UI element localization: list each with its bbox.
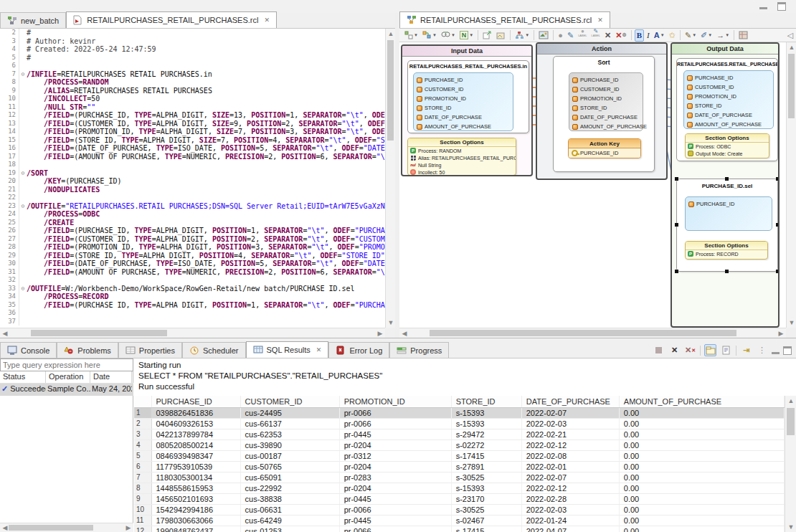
sort-box[interactable]: Sort PURCHASE_IDCUSTOMER_IDPROMOTION_IDS… <box>553 56 655 172</box>
line-style-dropdown[interactable]: ✐▼ <box>699 29 714 42</box>
scrollbar-thumb[interactable] <box>31 330 167 336</box>
input-source-box[interactable]: RETAILPURCHASES_RETAIL_PURCHASES.in PURC… <box>407 60 529 133</box>
table-row[interactable]: 10398826451836cus-24495pr-0066s-15393202… <box>134 407 785 418</box>
table-row[interactable]: 121990848762437cus-01253pr-0066s-1741520… <box>134 526 785 532</box>
column-header-customer_id[interactable]: CUSTOMER_ID <box>240 396 339 407</box>
selection-handle[interactable] <box>725 177 729 181</box>
column-header-date_of_purchase[interactable]: DATE_OF_PURCHASE <box>521 396 619 407</box>
export-diagram-icon[interactable] <box>481 29 493 42</box>
data-cell[interactable]: s-17415 <box>451 450 521 461</box>
field-row[interactable]: STORE_ID <box>572 103 643 113</box>
data-cell[interactable]: 0.00 <box>619 515 784 526</box>
close-icon[interactable]: ✕ <box>316 346 322 353</box>
data-cell[interactable]: cus-00187 <box>240 450 339 461</box>
query-history-row[interactable]: ✓ SucceededSample Co...May 24, 202... <box>0 384 133 396</box>
tab-progress[interactable]: Progress <box>389 342 449 358</box>
selection-handle[interactable] <box>675 223 678 227</box>
data-cell[interactable]: cus-22992 <box>240 483 339 493</box>
minimize-view-icon[interactable] <box>772 352 780 354</box>
export-image-icon[interactable] <box>495 29 507 42</box>
scroll-right-icon[interactable]: ▶ <box>776 328 786 338</box>
minimize-icon[interactable] <box>759 7 767 9</box>
data-cell[interactable]: 1990848762437 <box>151 526 240 532</box>
rcl-code-editor[interactable]: 2#3# Author: kevinr4# Created: 2022-05-2… <box>0 29 385 328</box>
data-cell[interactable]: 0398826451836 <box>151 407 240 418</box>
scroll-right-icon[interactable]: ▶ <box>375 328 385 338</box>
field-row[interactable]: STORE_ID <box>687 101 773 110</box>
field-row[interactable]: PROMOTION_ID <box>572 94 643 103</box>
tab-error-log[interactable]: Error Log <box>328 342 389 358</box>
field-row[interactable]: STORE_ID <box>417 103 513 113</box>
field-row[interactable]: CUSTOMER_ID <box>572 85 643 94</box>
data-cell[interactable]: cus-06631 <box>240 504 339 515</box>
data-cell[interactable]: 2022-02-21 <box>521 429 619 440</box>
scroll-right-icon[interactable]: ▶ <box>123 523 133 532</box>
action-fields-box[interactable]: PURCHASE_IDCUSTOMER_IDPROMOTION_IDSTORE_… <box>569 72 643 131</box>
table-row[interactable]: 20404609326153cus-66137pr-0066s-15393202… <box>134 418 785 429</box>
table-row[interactable]: 101542942994186cus-06631pr-0066s-3052520… <box>134 504 785 515</box>
scroll-left-icon[interactable]: ◀ <box>0 328 10 338</box>
data-cell[interactable]: cus-39890 <box>240 440 339 450</box>
selection-handle[interactable] <box>675 270 678 273</box>
query-horizontal-scrollbar[interactable]: ◀ ▶ <box>0 523 133 532</box>
field-row[interactable]: AMOUNT_OF_PURCHASE <box>417 122 513 131</box>
hierarchy-dropdown[interactable]: ▼ <box>513 29 531 42</box>
data-cell[interactable]: pr-0066 <box>339 526 451 532</box>
table-row[interactable]: 81448558615953cus-22992pr-0204s-15393202… <box>134 483 785 493</box>
selection-handle[interactable] <box>776 177 780 181</box>
scroll-up-icon[interactable]: ▲ <box>787 42 796 52</box>
data-cell[interactable]: 2022-04-07 <box>521 526 619 532</box>
column-header-amount_of_purchase[interactable]: AMOUNT_OF_PURCHASE <box>619 396 784 407</box>
output-section-options[interactable]: Section Options PProcess: ODBCOutput Mod… <box>685 133 769 158</box>
tab-diagram[interactable]: RETAILPURCHASES_RETAIL_PURCHASES.rcl ✕ <box>399 11 610 28</box>
action-group[interactable]: Action Sort PURCHASE_IDCUSTOMER_IDPROMOT… <box>536 42 668 180</box>
data-cell[interactable]: 0.00 <box>619 450 784 461</box>
diagram-canvas[interactable]: Input Data RETAILPURCHASES_RETAIL_PURCHA… <box>399 42 786 328</box>
input-data-group[interactable]: Input Data RETAILPURCHASES_RETAIL_PURCHA… <box>401 44 533 176</box>
tab-console[interactable]: Console <box>0 342 57 358</box>
data-cell[interactable]: s-02272 <box>451 440 521 450</box>
scroll-up-icon[interactable]: ▲ <box>386 29 396 39</box>
column-header-store_id[interactable]: STORE_ID <box>451 396 521 407</box>
selection-handle[interactable] <box>725 270 729 273</box>
fold-marker-icon[interactable]: ⊝ <box>19 70 27 79</box>
table-row[interactable]: 111798030663066cus-64249pr-0445s-0246720… <box>134 515 785 526</box>
scrollbar-thumb[interactable] <box>387 40 394 141</box>
data-cell[interactable]: 2022-02-12 <box>521 483 619 493</box>
action-key-box[interactable]: Action Key PURCHASE_ID <box>568 138 641 158</box>
scroll-up-icon[interactable]: ▲ <box>785 396 796 406</box>
collapse-palette-icon[interactable]: ◁ <box>786 29 795 42</box>
fold-marker-icon[interactable]: ⊝ <box>19 285 27 293</box>
data-cell[interactable]: 1177953910539 <box>151 461 240 472</box>
bold-button[interactable]: B <box>635 29 644 42</box>
data-cell[interactable]: cus-65091 <box>240 472 339 483</box>
data-cell[interactable]: 0.00 <box>619 493 784 504</box>
data-cell[interactable]: 1456502101693 <box>151 493 240 504</box>
data-cell[interactable]: s-30525 <box>451 472 521 483</box>
data-cell[interactable]: 2022-02-03 <box>521 504 619 515</box>
data-cell[interactable]: 2022-02-28 <box>521 493 619 504</box>
data-cell[interactable]: s-27891 <box>451 461 521 472</box>
maximize-view-icon[interactable] <box>783 346 792 355</box>
tab-RETAILPURCHASES_RETAIL_PURCHASES.rcl[interactable]: RETAILPURCHASES_RETAIL_PURCHASES.rcl✕ <box>66 11 277 28</box>
tab-sql-results[interactable]: SQL Results✕ <box>246 341 329 358</box>
data-cell[interactable]: 1448558615953 <box>151 483 240 493</box>
table-row[interactable]: 91456502101693cus-38838pr-0445s-23170202… <box>134 493 785 504</box>
data-cell[interactable]: 2022-02-01 <box>521 461 619 472</box>
data-cell[interactable]: s-23170 <box>451 493 521 504</box>
find-dropdown[interactable]: ▼ <box>440 29 457 42</box>
table-row[interactable]: 71180305300134cus-65091pr-0283s-30525202… <box>134 472 785 483</box>
output-fields-box[interactable]: PURCHASE_IDCUSTOMER_IDPROMOTION_IDSTORE_… <box>683 70 774 129</box>
query-column-header[interactable]: Date <box>90 371 132 383</box>
sel-section-options[interactable]: Section Options PProcess: RECORD <box>685 241 768 260</box>
action-key-row[interactable]: PURCHASE_ID <box>569 148 640 158</box>
data-cell[interactable]: 2022-02-12 <box>521 440 619 450</box>
auto-layout-dropdown[interactable]: ▼ <box>421 29 438 42</box>
data-cell[interactable]: 0.00 <box>619 504 784 515</box>
tab-properties[interactable]: Properties <box>118 342 182 358</box>
scroll-left-icon[interactable]: ◀ <box>399 328 409 338</box>
new-element-dropdown[interactable]: ▼ <box>403 29 420 42</box>
scrollbar-thumb[interactable] <box>788 54 795 118</box>
editor-vertical-scrollbar[interactable]: ▲ ▼ <box>385 29 395 328</box>
field-row[interactable]: CUSTOMER_ID <box>687 82 773 92</box>
